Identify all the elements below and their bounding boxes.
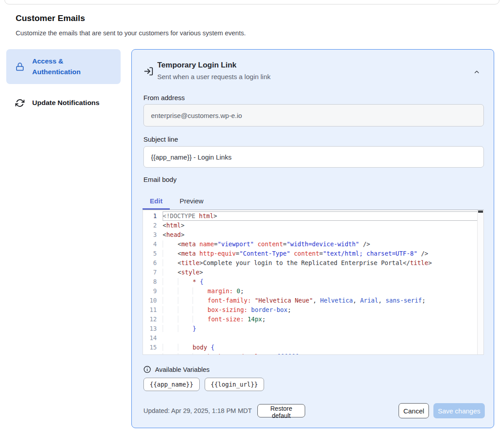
- subject-line-label: Subject line: [143, 135, 178, 143]
- tab-edit[interactable]: Edit: [143, 194, 170, 208]
- code-line: 6 <title>Complete your login to the Repl…: [143, 258, 478, 268]
- code-line: 4 <meta name="viewport" content="width=d…: [143, 240, 478, 249]
- page-subtitle: Customize the emails that are sent to yo…: [16, 29, 246, 37]
- code-line: 7 <style>: [143, 268, 478, 277]
- subject-line-input[interactable]: [143, 146, 484, 168]
- login-icon: [143, 66, 154, 76]
- available-variables-label: Available Variables: [155, 366, 210, 373]
- editor-scrollbar-thumb[interactable]: [478, 211, 483, 213]
- collapse-panel-button[interactable]: [472, 67, 481, 76]
- panel-subtitle: Sent when a user requests a login link: [157, 73, 270, 80]
- email-body-tabs: Edit Preview: [143, 194, 209, 208]
- sidebar: Access & Authentication Update Notificat…: [6, 49, 121, 112]
- cancel-button[interactable]: Cancel: [399, 403, 429, 418]
- code-line: 8 * {: [143, 277, 478, 286]
- code-line: 2<html>: [143, 221, 478, 230]
- chevron-up-icon: [473, 68, 480, 76]
- code-line: 11 box-sizing: border-box;: [143, 305, 478, 315]
- save-changes-button[interactable]: Save changes: [433, 403, 485, 418]
- sidebar-item-access-authentication[interactable]: Access & Authentication: [6, 49, 121, 84]
- tab-preview[interactable]: Preview: [174, 194, 209, 208]
- sidebar-item-update-notifications[interactable]: Update Notifications: [6, 94, 121, 112]
- restore-default-button[interactable]: Restore default: [257, 404, 305, 417]
- variable-chips: {{app_name}} {{login_url}}: [143, 378, 264, 391]
- editor-scrollbar[interactable]: [477, 210, 483, 354]
- info-icon: [143, 366, 151, 373]
- code-editor-lines: 1<!DOCTYPE html>2<html>3<head>4 <meta na…: [143, 210, 478, 355]
- code-line: 13 }: [143, 324, 478, 333]
- lock-icon: [14, 62, 25, 72]
- code-line: 1<!DOCTYPE html>: [143, 211, 478, 221]
- page-title: Customer Emails: [16, 13, 85, 23]
- code-editor[interactable]: 1<!DOCTYPE html>2<html>3<head>4 <meta na…: [143, 210, 484, 355]
- email-settings-panel: Temporary Login Link Sent when a user re…: [131, 49, 494, 428]
- available-variables-row: Available Variables: [143, 366, 210, 373]
- code-line: 16 background-color: #ffffff;: [143, 352, 478, 355]
- code-line: 12 font-size: 14px;: [143, 315, 478, 324]
- code-line: 10 font-family: "Helvetica Neue", Helvet…: [143, 296, 478, 305]
- code-line: 15 body {: [143, 343, 478, 352]
- refresh-icon: [14, 98, 25, 108]
- from-address-label: From address: [143, 94, 185, 101]
- from-address-input: [143, 104, 484, 126]
- code-line: 3<head>: [143, 230, 478, 240]
- previous-card-edge: [4, 0, 500, 4]
- code-line: 14: [143, 333, 478, 343]
- panel-title: Temporary Login Link: [157, 61, 236, 70]
- sidebar-item-label: Update Notifications: [32, 97, 100, 108]
- code-line: 9 margin: 0;: [143, 286, 478, 296]
- updated-timestamp: Updated: Apr 29, 2025, 1:18 PM MDT: [143, 407, 252, 414]
- sidebar-item-label: Access & Authentication: [32, 56, 91, 77]
- email-body-label: Email body: [143, 176, 176, 183]
- variable-chip-login-url[interactable]: {{login_url}}: [205, 378, 265, 391]
- variable-chip-app-name[interactable]: {{app_name}}: [143, 378, 200, 391]
- code-line: 5 <meta http-equiv="Content-Type" conten…: [143, 249, 478, 258]
